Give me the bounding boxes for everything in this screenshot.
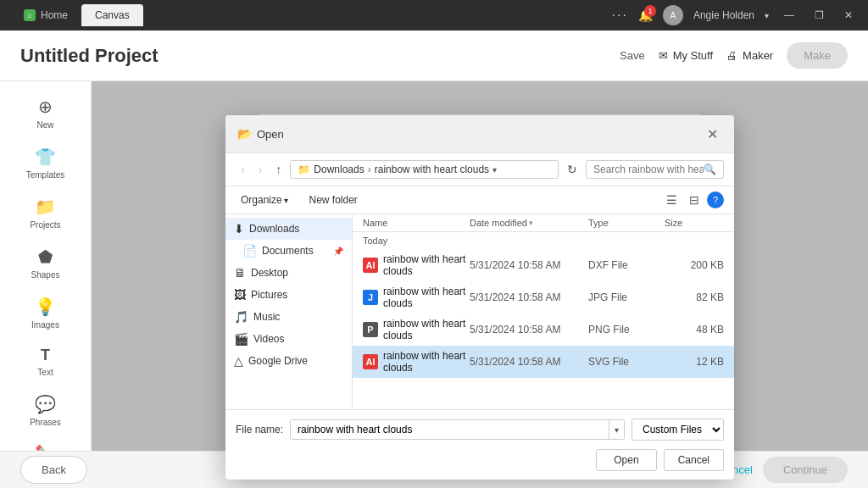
- back-nav-button[interactable]: ‹: [236, 161, 250, 178]
- breadcrumb-dropdown-button[interactable]: ▾: [492, 165, 497, 175]
- file-list-header: Name Date modified ▾ Type Size: [353, 214, 734, 232]
- breadcrumb-folder-icon: 📁: [298, 164, 310, 175]
- sidebar-documents[interactable]: 📄 Documents 📌: [225, 240, 352, 262]
- header: Untitled Project Save ✉ My Stuff 🖨 Maker…: [0, 30, 868, 81]
- dialog-buttons: Open Cancel: [236, 449, 724, 471]
- file-name-jpg: J rainbow with heart clouds: [363, 286, 470, 309]
- sidebar-videos-label: Videos: [253, 333, 284, 345]
- sidebar-item-new[interactable]: ⊕ New: [0, 88, 91, 138]
- sidebar-item-images[interactable]: 💡 Images: [0, 288, 91, 338]
- dialog-close-button[interactable]: ✕: [702, 124, 722, 144]
- dialog-toolbar: ‹ › ↑ 📁 Downloads › rainbow with heart c…: [225, 153, 734, 186]
- sidebar-label-new: New: [36, 120, 53, 130]
- filetype-select[interactable]: Custom Files: [632, 419, 723, 440]
- tab-home-label: Home: [41, 9, 68, 21]
- sidebar-documents-label: Documents: [262, 245, 314, 257]
- top-bar: ⌂ Home Canvas ··· 🔔 1 A Angie Holden ▾ —…: [0, 0, 868, 30]
- maximize-button[interactable]: ❐: [810, 9, 829, 21]
- tab-home[interactable]: ⌂ Home: [10, 4, 81, 26]
- sidebar-item-projects[interactable]: 📁 Projects: [0, 188, 91, 238]
- search-input[interactable]: [593, 164, 704, 175]
- tab-bar: ⌂ Home Canvas: [10, 4, 143, 26]
- sidebar-music[interactable]: 🎵 Music: [225, 306, 352, 328]
- file-icon-svg: AI: [363, 354, 378, 369]
- organize-button[interactable]: Organize: [236, 191, 293, 208]
- sidebar-pictures[interactable]: 🖼 Pictures: [225, 284, 352, 306]
- sidebar-desktop-label: Desktop: [251, 267, 288, 279]
- projects-icon: 📁: [35, 197, 56, 217]
- help-button[interactable]: ?: [707, 191, 724, 208]
- list-view-button[interactable]: ☰: [662, 191, 682, 208]
- dialog-bottom: File name: ▾ Custom Files Open: [225, 409, 734, 480]
- sidebar-videos[interactable]: 🎬 Videos: [225, 328, 352, 350]
- new-icon: ⊕: [38, 97, 53, 117]
- my-stuff-icon: ✉: [659, 49, 668, 62]
- sidebar-label-projects: Projects: [30, 220, 60, 230]
- filename-row: File name: ▾ Custom Files: [236, 419, 724, 441]
- user-menu-chevron[interactable]: ▾: [765, 11, 769, 20]
- main-area: ⊕ New 👕 Templates 📁 Projects ⬟ Shapes 💡 …: [0, 81, 868, 451]
- sidebar-label-phrases: Phrases: [30, 418, 61, 427]
- breadcrumb-separator: ›: [368, 164, 371, 175]
- maker-button[interactable]: 🖨 Maker: [726, 49, 773, 62]
- file-name-svg: AI rainbow with heart clouds: [363, 350, 470, 374]
- filename-input[interactable]: [291, 420, 609, 439]
- filename-dropdown-button[interactable]: ▾: [609, 420, 624, 439]
- tab-canvas[interactable]: Canvas: [81, 4, 143, 26]
- refresh-button[interactable]: ↻: [562, 161, 582, 178]
- sidebar-label-templates: Templates: [26, 170, 65, 180]
- dialog-folder-icon: 📂: [237, 127, 252, 141]
- music-folder-icon: 🎵: [234, 310, 248, 324]
- downloads-folder-icon: ⬇: [234, 222, 244, 236]
- col-size[interactable]: Size: [665, 218, 724, 228]
- sidebar-downloads[interactable]: ⬇ Downloads: [225, 218, 352, 240]
- breadcrumb-path[interactable]: rainbow with heart clouds: [375, 164, 489, 175]
- sidebar-downloads-label: Downloads: [249, 223, 299, 235]
- text-icon: T: [41, 347, 50, 364]
- close-button[interactable]: ✕: [839, 9, 858, 21]
- templates-icon: 👕: [35, 147, 56, 167]
- col-name[interactable]: Name: [363, 218, 470, 228]
- up-nav-button[interactable]: ↑: [270, 161, 287, 178]
- maker-icon: 🖨: [726, 49, 737, 62]
- file-row-svg[interactable]: AI rainbow with heart clouds 5/31/2024 1…: [353, 346, 734, 378]
- sidebar-item-editable-images[interactable]: ✏️ Editable Images: [0, 435, 91, 451]
- more-options-button[interactable]: ···: [612, 8, 628, 23]
- file-row-dxf[interactable]: AI rainbow with heart clouds 5/31/2024 1…: [353, 249, 734, 281]
- continue-button[interactable]: Continue: [763, 457, 848, 483]
- images-icon: 💡: [35, 297, 56, 317]
- make-button[interactable]: Make: [787, 42, 848, 69]
- sidebar-desktop[interactable]: 🖥 Desktop: [225, 262, 352, 284]
- sidebar-google-drive[interactable]: △ Google Drive: [225, 350, 352, 372]
- col-type[interactable]: Type: [588, 218, 665, 228]
- open-file-dialog: 📂 Open ✕ ‹ › ↑ 📁 Downloads › rainbow wit…: [225, 115, 734, 480]
- sidebar-item-text[interactable]: T Text: [0, 338, 91, 385]
- forward-nav-button[interactable]: ›: [253, 161, 268, 178]
- search-bar: 🔍: [586, 160, 724, 179]
- col-date[interactable]: Date modified ▾: [470, 218, 588, 228]
- editable-images-icon: ✏️: [35, 444, 56, 451]
- sidebar-item-shapes[interactable]: ⬟ Shapes: [0, 238, 91, 288]
- my-stuff-button[interactable]: ✉ My Stuff: [659, 49, 713, 62]
- new-folder-button[interactable]: New folder: [303, 191, 362, 208]
- file-row-png[interactable]: P rainbow with heart clouds 5/31/2024 10…: [353, 313, 734, 346]
- dialog-actions-bar: Organize New folder ☰ ⊟ ?: [225, 186, 734, 214]
- notification-button[interactable]: 🔔 1: [638, 8, 653, 22]
- save-button[interactable]: Save: [620, 49, 645, 62]
- dialog-title-group: 📂 Open: [237, 127, 284, 141]
- user-name[interactable]: Angie Holden: [693, 9, 754, 21]
- back-button[interactable]: Back: [20, 456, 87, 484]
- avatar: A: [663, 5, 683, 25]
- dialog-cancel-button[interactable]: Cancel: [664, 449, 724, 471]
- file-row-jpg[interactable]: J rainbow with heart clouds 5/31/2024 10…: [353, 281, 734, 313]
- sidebar-item-templates[interactable]: 👕 Templates: [0, 138, 91, 188]
- google-drive-icon: △: [234, 354, 243, 368]
- sidebar-music-label: Music: [253, 311, 280, 323]
- sidebar-item-phrases[interactable]: 💬 Phrases: [0, 385, 91, 435]
- dialog-open-button[interactable]: Open: [596, 449, 656, 471]
- sidebar-label-text: Text: [37, 368, 53, 377]
- minimize-button[interactable]: —: [779, 9, 799, 21]
- grid-view-button[interactable]: ⊟: [685, 191, 704, 208]
- breadcrumb-downloads[interactable]: Downloads: [314, 164, 364, 175]
- file-list: Name Date modified ▾ Type Size Today: [353, 214, 734, 409]
